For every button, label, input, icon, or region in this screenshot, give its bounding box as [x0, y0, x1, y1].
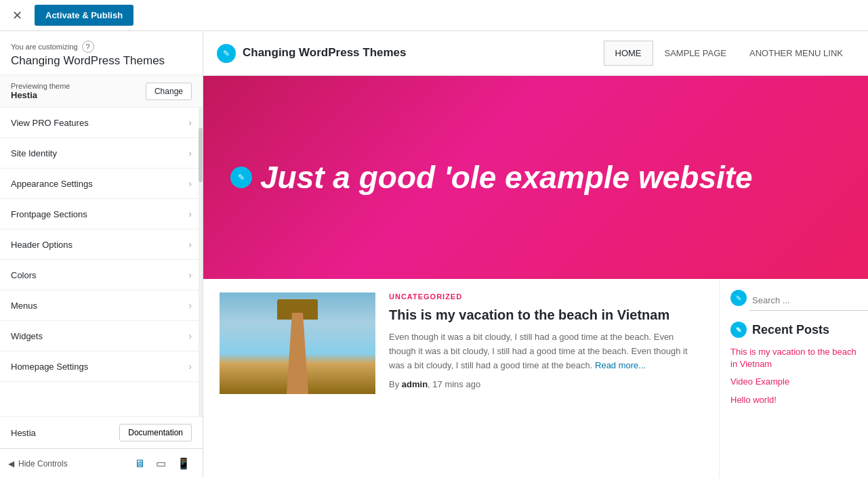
post-title[interactable]: This is my vacation to the beach in Viet… — [389, 306, 703, 324]
hero-edit-icon[interactable]: ✎ — [230, 167, 252, 188]
activate-publish-button[interactable]: Activate & Publish — [35, 5, 133, 26]
main-content: UNCATEGORIZED This is my vacation to the… — [203, 279, 719, 478]
tablet-device-button[interactable]: ▭ — [152, 454, 170, 473]
pencil-icon: ✎ — [736, 326, 741, 334]
sidebar-item-site-identity[interactable]: Site Identity› — [0, 138, 203, 169]
hero-title: Just a good 'ole example website — [260, 159, 753, 196]
recent-posts-edit-icon[interactable]: ✎ — [730, 322, 747, 338]
recent-posts-title: ✎ Recent Posts — [730, 322, 857, 338]
menu-item-label: Colors — [11, 270, 37, 280]
sidebar-item-menus[interactable]: Menus› — [0, 290, 203, 321]
chevron-right-icon: › — [188, 269, 192, 280]
top-bar: ✕ Activate & Publish — [0, 0, 868, 31]
recent-posts-widget: ✎ Recent Posts This is my vacation to th… — [730, 322, 857, 406]
site-navigation: HOMESAMPLE PAGEANOTHER MENU LINK — [604, 41, 854, 66]
recent-posts-list: This is my vacation to the beach in Viet… — [730, 346, 857, 406]
documentation-button[interactable]: Documentation — [119, 424, 192, 441]
sidebar-item-frontpage-sections[interactable]: Frontpage Sections› — [0, 199, 203, 230]
menu-item-label: Site Identity — [11, 148, 57, 158]
post-content: UNCATEGORIZED This is my vacation to the… — [389, 292, 703, 394]
nav-item-sample-page[interactable]: SAMPLE PAGE — [653, 41, 739, 66]
site-logo-area: ✎ Changing WordPress Themes — [217, 44, 407, 63]
chevron-right-icon: › — [188, 330, 192, 341]
site-name-block: Changing WordPress Themes — [243, 46, 407, 60]
device-icons: 🖥 ▭ 📱 — [130, 454, 194, 473]
close-button[interactable]: ✕ — [7, 5, 28, 26]
by-label: By — [389, 379, 399, 389]
chevron-right-icon: › — [188, 209, 192, 219]
menu-item-label: View PRO Features — [11, 118, 89, 128]
hero-section: ✎ Just a good 'ole example website — [203, 76, 868, 279]
site-header: ✎ Changing WordPress Themes HOMESAMPLE P… — [203, 31, 868, 76]
sidebar-site-title: Changing WordPress Themes — [11, 54, 192, 68]
mobile-device-button[interactable]: 📱 — [173, 454, 194, 473]
bottom-controls: ◀ Hide Controls 🖥 ▭ 📱 — [0, 448, 203, 478]
sidebar-scrollbar-thumb — [199, 128, 203, 182]
content-area: UNCATEGORIZED This is my vacation to the… — [203, 279, 868, 478]
sidebar: You are customizing ? Changing WordPress… — [0, 31, 203, 478]
menu-item-label: Widgets — [11, 331, 43, 341]
theme-info: Previewing theme Hestia — [11, 82, 70, 100]
pencil-icon: ✎ — [238, 173, 245, 182]
sidebar-item-appearance-settings[interactable]: Appearance Settings› — [0, 169, 203, 199]
chevron-right-icon: › — [188, 178, 192, 189]
customizing-label: You are customizing ? — [11, 41, 192, 53]
sidebar-scrollbar-track — [199, 108, 203, 416]
sidebar-menu: View PRO Features›Site Identity›Appearan… — [0, 108, 203, 416]
chevron-right-icon: › — [188, 117, 192, 128]
pencil-icon: ✎ — [223, 49, 230, 58]
preview-frame: ✎ Changing WordPress Themes HOMESAMPLE P… — [203, 31, 868, 478]
pencil-icon: ✎ — [736, 295, 741, 302]
sidebar-widgets: ✎ 🔍 ✎ Recent Posts This is my vacation t — [719, 279, 868, 478]
menu-item-label: Menus — [11, 301, 37, 311]
recent-post-link[interactable]: This is my vacation to the beach in Viet… — [730, 346, 857, 370]
recent-post-link[interactable]: Video Example — [730, 376, 857, 388]
sidebar-item-view-pro[interactable]: View PRO Features› — [0, 108, 203, 138]
sidebar-header: You are customizing ? Changing WordPress… — [0, 31, 203, 75]
theme-name: Hestia — [11, 90, 70, 100]
post-category: UNCATEGORIZED — [389, 292, 703, 301]
theme-preview-label: Previewing theme — [11, 82, 70, 90]
post-meta: By admin, 17 mins ago — [389, 379, 703, 389]
chevron-right-icon: › — [188, 300, 192, 311]
desktop-device-button[interactable]: 🖥 — [130, 454, 149, 473]
recent-post-link[interactable]: Hello world! — [730, 394, 857, 406]
nav-item-home[interactable]: HOME — [604, 41, 653, 66]
search-input[interactable] — [749, 290, 868, 311]
chevron-right-icon: › — [188, 361, 192, 372]
sidebar-item-header-options[interactable]: Header Options› — [0, 230, 203, 260]
chevron-left-icon: ◀ — [8, 459, 14, 469]
menu-item-label: Homepage Settings — [11, 362, 88, 372]
sidebar-menu-container: View PRO Features›Site Identity›Appearan… — [0, 108, 203, 416]
tower-shape — [284, 313, 311, 394]
site-identity-edit-icon[interactable]: ✎ — [217, 44, 236, 63]
sidebar-item-homepage-settings[interactable]: Homepage Settings› — [0, 351, 203, 382]
hestia-footer-label: Hestia — [11, 428, 36, 438]
post-card: UNCATEGORIZED This is my vacation to the… — [220, 292, 703, 394]
menu-item-label: Appearance Settings — [11, 179, 93, 189]
hide-controls-button[interactable]: ◀ Hide Controls — [8, 459, 68, 469]
menu-item-label: Header Options — [11, 240, 73, 250]
chevron-right-icon: › — [188, 239, 192, 250]
post-image — [220, 292, 375, 394]
change-theme-button[interactable]: Change — [146, 83, 192, 100]
search-edit-icon[interactable]: ✎ — [730, 290, 747, 306]
nav-item-another-menu-link[interactable]: ANOTHER MENU LINK — [738, 41, 854, 66]
customizing-text: You are customizing — [11, 43, 78, 51]
sidebar-footer: Hestia Documentation — [0, 416, 203, 448]
menu-item-label: Frontpage Sections — [11, 209, 87, 219]
post-author[interactable]: admin — [402, 379, 428, 389]
sidebar-item-widgets[interactable]: Widgets› — [0, 321, 203, 351]
sidebar-item-colors[interactable]: Colors› — [0, 260, 203, 290]
hide-controls-label: Hide Controls — [18, 459, 68, 469]
post-excerpt: Even though it was a bit cloudy, I still… — [389, 330, 703, 372]
site-name: Changing WordPress Themes — [243, 46, 407, 60]
post-time: , 17 mins ago — [428, 379, 480, 389]
chevron-right-icon: › — [188, 148, 192, 158]
read-more-link[interactable]: Read more... — [595, 360, 646, 370]
main-layout: You are customizing ? Changing WordPress… — [0, 31, 868, 478]
help-icon[interactable]: ? — [82, 41, 94, 53]
theme-preview-bar: Previewing theme Hestia Change — [0, 75, 203, 108]
search-widget: ✎ 🔍 — [730, 290, 857, 311]
